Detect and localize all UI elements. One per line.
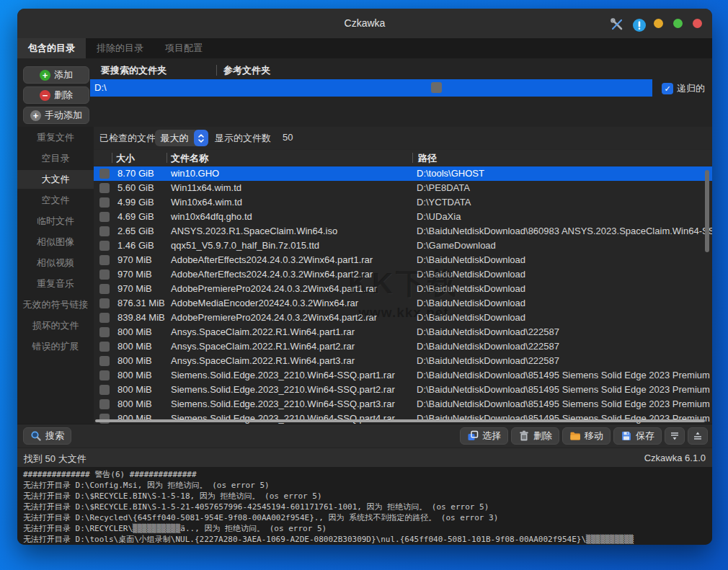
row-checkbox[interactable]: [99, 399, 110, 409]
add-directory-button[interactable]: + 添加: [23, 66, 89, 84]
cell-size: 1.46 GiB: [117, 240, 154, 251]
vertical-scrollbar[interactable]: [705, 170, 709, 252]
row-checkbox[interactable]: [99, 255, 110, 265]
log-line: 无法打开目录 D:\Recycled\{645ff040-5081-954E-9…: [23, 512, 706, 523]
size-column-header[interactable]: 大小: [116, 152, 135, 165]
row-checkbox[interactable]: [99, 298, 110, 308]
reference-checkbox[interactable]: [431, 82, 442, 93]
tab-1[interactable]: 排除的目录: [86, 38, 154, 58]
table-row[interactable]: 1.46 GiB qqx51_V5.9.7.0_half_Bin.7z.015.…: [94, 239, 712, 253]
size-method-dropdown[interactable]: 最大的: [155, 130, 208, 146]
table-row[interactable]: 839.84 MiB AdobePremierePro2024.24.0.3.2…: [94, 311, 712, 325]
cell-path: D:\BaiduNetdiskDownload: [417, 298, 525, 308]
path-column-header[interactable]: 路径: [418, 152, 437, 165]
move-button[interactable]: 移动: [562, 427, 611, 445]
table-row[interactable]: 970 MiB AdobeAfterEffects2024.24.0.3.2Wi…: [94, 253, 712, 267]
sidebar-item[interactable]: 相似视频: [17, 254, 94, 272]
sort-button[interactable]: [665, 427, 685, 445]
row-checkbox[interactable]: [99, 197, 110, 208]
save-button[interactable]: 保存: [613, 427, 662, 445]
cell-size: 970 MiB: [117, 283, 152, 294]
cell-size: 800 MiB: [117, 326, 152, 337]
sidebar-item[interactable]: 相似图像: [17, 233, 94, 251]
sidebar-item[interactable]: 大文件: [17, 170, 94, 189]
dropdown-value: 最大的: [155, 132, 194, 145]
sidebar-item[interactable]: 临时文件: [17, 212, 94, 231]
header-separator: [167, 153, 167, 163]
magnifier-icon: [30, 430, 42, 442]
minimize-button[interactable]: [654, 19, 663, 28]
name-column-header[interactable]: 文件名称: [171, 152, 208, 165]
tab-2[interactable]: 项目配置: [154, 38, 213, 58]
log-area[interactable]: ############## 警告(6) ##############无法打开目…: [17, 467, 712, 545]
row-checkbox[interactable]: [99, 226, 110, 236]
shown-files-label: 显示的文件数: [215, 132, 271, 145]
table-row[interactable]: 2.65 GiB ANSYS.2023.R1.SpaceClaim.Win64.…: [94, 224, 712, 239]
remove-directory-button[interactable]: − 删除: [23, 86, 89, 104]
delete-button[interactable]: 删除: [511, 427, 559, 445]
horizontal-scrollbar[interactable]: [95, 419, 705, 422]
sidebar-item[interactable]: 无效的符号链接: [17, 295, 94, 314]
sidebar-item[interactable]: 空文件: [17, 191, 94, 210]
minus-circle-icon: −: [40, 90, 50, 101]
table-row[interactable]: 800 MiB Ansys.SpaceClaim.2022.R1.Win64.p…: [94, 325, 712, 339]
table-row[interactable]: 970 MiB AdobeAfterEffects2024.24.0.3.2Wi…: [94, 267, 712, 282]
app-window: Czkawka: [17, 9, 712, 545]
sidebar-item[interactable]: 损坏的文件: [17, 316, 94, 335]
row-checkbox[interactable]: [99, 342, 110, 352]
move-to-top-button[interactable]: [688, 427, 708, 445]
table-row[interactable]: 970 MiB AdobePremierePro2024.24.0.3.2Win…: [94, 282, 712, 296]
sidebar-item[interactable]: 空目录: [17, 149, 94, 168]
sidebar-item[interactable]: 重复文件: [17, 128, 94, 147]
cell-size: 800 MiB: [117, 370, 152, 380]
row-checkbox[interactable]: [99, 241, 110, 251]
table-row[interactable]: 4.99 GiB Win10x64.wim.td D:\YCTDATA: [94, 195, 712, 210]
table-row[interactable]: 4.69 GiB win10x64dfq.gho.td D:\UDaXia: [94, 210, 712, 224]
directory-path: D:\: [94, 82, 107, 93]
shown-files-value[interactable]: 50: [283, 132, 293, 143]
manual-add-directory-button[interactable]: + 手动添加: [23, 107, 89, 124]
row-checkbox[interactable]: [99, 356, 110, 366]
row-checkbox[interactable]: [99, 183, 110, 193]
row-checkbox[interactable]: [99, 385, 110, 395]
table-row[interactable]: 800 MiB Siemens.Solid.Edge.2023_2210.Win…: [94, 383, 712, 397]
sidebar-item[interactable]: 重复音乐: [17, 275, 94, 293]
tools-icon[interactable]: [611, 18, 622, 30]
table-row[interactable]: 800 MiB Ansys.SpaceClaim.2022.R1.Win64.p…: [94, 339, 712, 354]
results-panel: 已检查的文件 最大的 显示的文件数 50: [94, 127, 712, 424]
row-checkbox[interactable]: [99, 169, 110, 179]
table-row[interactable]: 876.31 MiB AdobeMediaEncoder202424.0.3.2…: [94, 296, 712, 311]
table-row[interactable]: 800 MiB Siemens.Solid.Edge.2023_2210.Win…: [94, 368, 712, 383]
copy-select-icon: [467, 430, 479, 442]
table-row[interactable]: 5.60 GiB Win11x64.wim.td D:\PE8DATA: [94, 181, 712, 195]
row-checkbox[interactable]: [99, 327, 110, 337]
info-icon[interactable]: [632, 18, 644, 30]
cell-path: D:\BaiduNetdiskDownload\222587: [417, 341, 559, 352]
row-checkbox[interactable]: [99, 313, 110, 323]
recursive-checkbox[interactable]: ✓: [662, 83, 673, 94]
directory-row[interactable]: D:\: [90, 79, 652, 97]
table-row[interactable]: 8.70 GiB win10.GHO D:\tools\GHOST: [94, 166, 712, 181]
titlebar[interactable]: Czkawka: [17, 9, 712, 38]
cell-path: D:\YCTDATA: [417, 197, 471, 208]
table-row[interactable]: 800 MiB Ansys.SpaceClaim.2022.R1.Win64.p…: [94, 354, 712, 368]
select-button[interactable]: 选择: [460, 427, 508, 445]
log-line: 无法打开目录 D:\$RECYCLE.BIN\S-1-5-21-40576579…: [23, 502, 706, 512]
cell-name: Siemens.Solid.Edge.2023_2210.Win64-SSQ.p…: [171, 398, 395, 409]
close-button[interactable]: [693, 19, 702, 28]
row-checkbox[interactable]: [99, 270, 110, 280]
row-checkbox[interactable]: [99, 284, 110, 294]
table-row[interactable]: 800 MiB Siemens.Solid.Edge.2023_2210.Win…: [94, 397, 712, 411]
sidebar-item[interactable]: 错误的扩展: [17, 337, 94, 356]
cell-size: 8.70 GiB: [117, 168, 154, 179]
cell-size: 800 MiB: [117, 384, 152, 395]
delete-label: 删除: [533, 429, 552, 442]
maximize-button[interactable]: [673, 19, 683, 28]
row-checkbox[interactable]: [99, 212, 110, 222]
tab-0[interactable]: 包含的目录: [17, 38, 86, 58]
search-button[interactable]: 搜索: [23, 427, 71, 445]
cell-path: D:\UDaXia: [417, 211, 461, 222]
cell-name: ANSYS.2023.R1.SpaceClaim.Win64.iso: [171, 226, 337, 236]
log-line: ############## 警告(6) ##############: [23, 469, 706, 480]
row-checkbox[interactable]: [99, 370, 110, 380]
